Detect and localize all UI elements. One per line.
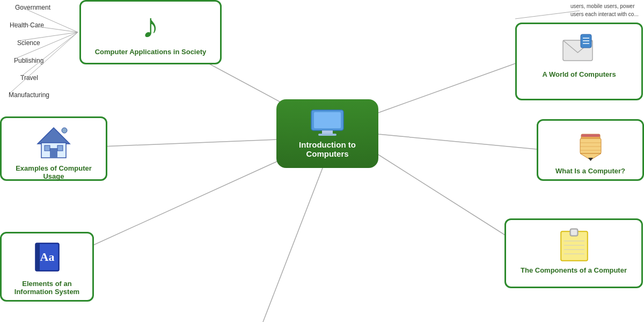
svg-line-5 bbox=[376, 153, 515, 241]
branch-travel: Travel bbox=[20, 74, 38, 82]
node-computer-applications-label: Computer Applications in Society bbox=[89, 48, 213, 56]
node-components-computer[interactable]: The Components of a Computer bbox=[504, 218, 643, 288]
node-examples-label: Examples of Computer Usage bbox=[9, 164, 98, 180]
house-icon bbox=[9, 123, 98, 161]
svg-line-2 bbox=[102, 140, 276, 147]
branch-health-care: Health Care bbox=[10, 21, 44, 29]
svg-rect-26 bbox=[45, 145, 50, 151]
node-computer-applications[interactable]: ♪ Computer Applications in Society bbox=[79, 0, 222, 64]
svg-line-3 bbox=[378, 134, 537, 149]
svg-rect-16 bbox=[322, 130, 333, 134]
center-icon bbox=[289, 109, 365, 140]
music-icon: ♪ bbox=[89, 7, 213, 45]
svg-rect-42 bbox=[562, 232, 587, 260]
node-examples-usage[interactable]: Examples of Computer Usage bbox=[0, 116, 107, 181]
svg-line-6 bbox=[263, 156, 327, 322]
node-components-label: The Components of a Computer bbox=[514, 266, 634, 274]
svg-point-28 bbox=[62, 128, 67, 133]
branch-science: Science bbox=[17, 39, 40, 47]
svg-line-1 bbox=[378, 61, 523, 113]
center-label: Introduction to Computers bbox=[289, 140, 365, 158]
svg-rect-44 bbox=[571, 230, 577, 235]
node-what-label: What Is a Computer? bbox=[546, 167, 635, 175]
svg-rect-39 bbox=[35, 243, 40, 271]
svg-text:Aa: Aa bbox=[40, 250, 54, 264]
node-world-of-computers[interactable]: A World of Computers bbox=[515, 23, 643, 100]
pencil-icon bbox=[546, 126, 635, 164]
node-world-label: A World of Computers bbox=[524, 70, 634, 78]
node-elements-label: Elements of an Information System bbox=[9, 280, 85, 296]
branch-publishing: Publishing bbox=[14, 57, 43, 64]
node-what-is-computer[interactable]: What Is a Computer? bbox=[537, 119, 644, 181]
center-node[interactable]: Introduction to Computers bbox=[276, 99, 378, 168]
branch-manufacturing: Manufacturing bbox=[9, 91, 49, 99]
svg-rect-33 bbox=[581, 134, 600, 137]
branch-government: Government bbox=[15, 4, 50, 11]
svg-rect-17 bbox=[318, 134, 336, 136]
svg-marker-32 bbox=[588, 158, 593, 161]
svg-line-13 bbox=[515, 11, 580, 19]
svg-rect-25 bbox=[50, 148, 57, 158]
world-preview-text: users, mobile users, power users each in… bbox=[570, 2, 644, 18]
book-icon: Aa bbox=[9, 239, 85, 276]
envelope-icon bbox=[524, 30, 634, 67]
svg-rect-30 bbox=[580, 138, 601, 153]
node-elements-info[interactable]: Aa Elements of an Information System bbox=[0, 232, 94, 302]
svg-rect-15 bbox=[314, 112, 341, 128]
svg-rect-27 bbox=[57, 145, 63, 151]
svg-line-4 bbox=[86, 156, 290, 248]
notepad-icon bbox=[514, 225, 634, 263]
